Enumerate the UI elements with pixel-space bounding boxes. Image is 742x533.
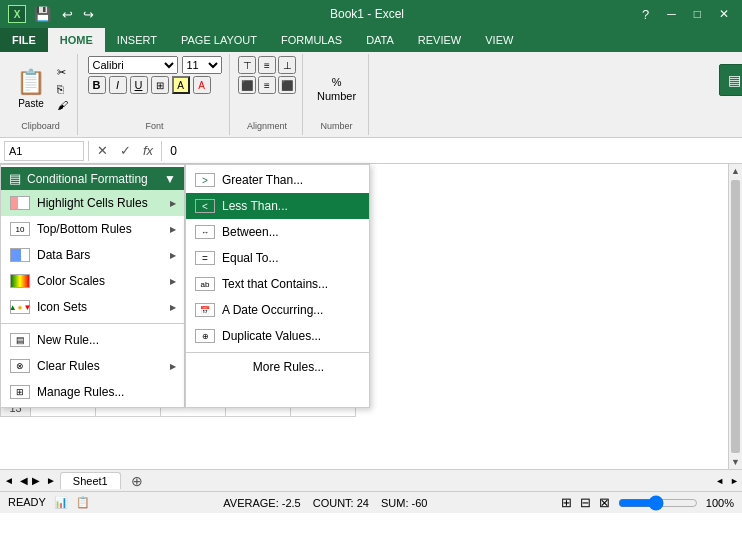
menu-item-textcontains[interactable]: ab Text that Contains...: [186, 271, 369, 297]
maximize-btn[interactable]: □: [689, 7, 706, 22]
conditional-formatting-button[interactable]: ▤ Conditional Formatting ▼: [719, 64, 742, 96]
textcontains-icon: ab: [194, 275, 216, 293]
quick-save[interactable]: 💾: [30, 6, 55, 22]
menu-item-equalto[interactable]: = Equal To...: [186, 245, 369, 271]
number-format-button[interactable]: % Number: [311, 59, 362, 119]
newrule-label: New Rule...: [37, 333, 99, 347]
align-left-button[interactable]: ⬛: [238, 76, 256, 94]
clearrules-label: Clear Rules: [37, 359, 100, 373]
menu-item-iconsets[interactable]: ▲●▼ Icon Sets: [1, 294, 184, 320]
italic-button[interactable]: I: [109, 76, 127, 94]
status-icon-1[interactable]: 📊: [54, 496, 68, 509]
tab-data[interactable]: DATA: [354, 28, 406, 52]
view-normal-btn[interactable]: ⊞: [561, 495, 572, 510]
between-label: Between...: [222, 225, 279, 239]
formula-input[interactable]: [166, 141, 738, 161]
equalto-icon: =: [194, 249, 216, 267]
font-content: Calibri 11 B I U ⊞ A A: [88, 56, 222, 121]
menu-item-between[interactable]: ↔ Between...: [186, 219, 369, 245]
font-family-select[interactable]: Calibri: [88, 56, 178, 74]
fill-color-button[interactable]: A: [172, 76, 190, 94]
copy-button[interactable]: ⎘: [54, 82, 71, 96]
iconsets-icon: ▲●▼: [9, 298, 31, 316]
bold-button[interactable]: B: [88, 76, 106, 94]
new-sheet-btn[interactable]: ⊕: [123, 471, 151, 491]
scroll-up-arrow[interactable]: ▲: [729, 164, 742, 178]
alignment-group: ⊤ ≡ ⊥ ⬛ ≡ ⬛ Alignment: [232, 54, 303, 135]
tab-file[interactable]: FILE: [0, 28, 48, 52]
menu-item-dateoccurring[interactable]: 📅 A Date Occurring...: [186, 297, 369, 323]
zoom-slider[interactable]: [618, 496, 698, 510]
vertical-scrollbar[interactable]: ▲ ▼: [728, 164, 742, 469]
redo-btn[interactable]: ↪: [80, 7, 97, 22]
scroll-down-arrow[interactable]: ▼: [729, 455, 742, 469]
scroll-thumb[interactable]: [731, 180, 740, 453]
menu-item-managerules[interactable]: ⊞ Manage Rules...: [1, 379, 184, 405]
tab-home[interactable]: HOME: [48, 28, 105, 52]
number-group: % Number Number: [305, 54, 369, 135]
menu-item-morerules[interactable]: More Rules...: [186, 356, 369, 378]
menu-item-topbottom[interactable]: 10 Top/Bottom Rules: [1, 216, 184, 242]
tab-insert[interactable]: INSERT: [105, 28, 169, 52]
count-stat: COUNT: 24: [313, 497, 369, 509]
h-scroll-right[interactable]: ►: [727, 476, 742, 486]
minimize-btn[interactable]: ─: [662, 7, 681, 22]
h-scroll-left[interactable]: ◄: [712, 476, 727, 486]
align-middle-button[interactable]: ≡: [258, 56, 276, 74]
menu-item-duplicates[interactable]: ⊕ Duplicate Values...: [186, 323, 369, 349]
databars-label: Data Bars: [37, 248, 90, 262]
prev-sheet-btn2[interactable]: ◀: [18, 475, 30, 486]
view-page-btn[interactable]: ⊟: [580, 495, 591, 510]
bottom-bar: ◄ ◀ ▶ ► Sheet1 ⊕ ◄ ►: [0, 469, 742, 491]
menu-item-lessthan[interactable]: < Less Than...: [186, 193, 369, 219]
ribbon: 📋 Paste ✂ ⎘ 🖌 Clipboard Calibri 11 B I U…: [0, 52, 742, 138]
name-box[interactable]: [4, 141, 84, 161]
cancel-formula-button[interactable]: ✕: [93, 143, 112, 158]
menu-item-databars[interactable]: Data Bars: [1, 242, 184, 268]
cf-menu-header[interactable]: ▤ Conditional Formatting ▼: [1, 167, 184, 190]
formula-divider2: [161, 141, 162, 161]
view-break-btn[interactable]: ⊠: [599, 495, 610, 510]
next-sheet-btn2[interactable]: ►: [42, 475, 60, 486]
help-btn[interactable]: ?: [637, 7, 654, 22]
sheet-tab-sheet1[interactable]: Sheet1: [60, 472, 121, 489]
font-color-button[interactable]: A: [193, 76, 211, 94]
border-button[interactable]: ⊞: [151, 76, 169, 94]
undo-btn[interactable]: ↩: [59, 7, 76, 22]
clipboard-label: Clipboard: [21, 121, 60, 133]
cut-button[interactable]: ✂: [54, 65, 71, 80]
duplicates-label: Duplicate Values...: [222, 329, 321, 343]
alignment-label: Alignment: [247, 121, 287, 133]
confirm-formula-button[interactable]: ✓: [116, 143, 135, 158]
status-icon-2[interactable]: 📋: [76, 496, 90, 509]
tab-formulas[interactable]: FORMULAS: [269, 28, 354, 52]
menu-item-highlight[interactable]: Highlight Cells Rules: [1, 190, 184, 216]
format-painter-button[interactable]: 🖌: [54, 98, 71, 112]
window-title: Book1 - Excel: [97, 7, 637, 21]
underline-button[interactable]: U: [130, 76, 148, 94]
paste-button[interactable]: 📋 Paste: [10, 59, 52, 119]
prev-sheet-btn[interactable]: ◄: [0, 475, 18, 486]
align-top-button[interactable]: ⊤: [238, 56, 256, 74]
menu-item-clearrules[interactable]: ⊗ Clear Rules: [1, 353, 184, 379]
menu-item-colorscales[interactable]: Color Scales: [1, 268, 184, 294]
insert-function-button[interactable]: fx: [139, 143, 157, 158]
title-bar-left: X 💾 ↩ ↪: [8, 5, 97, 23]
align-right-button[interactable]: ⬛: [278, 76, 296, 94]
close-btn[interactable]: ✕: [714, 7, 734, 22]
window-controls: ? ─ □ ✕: [637, 7, 734, 22]
tab-review[interactable]: REVIEW: [406, 28, 473, 52]
cut-icon: ✂: [57, 66, 66, 79]
ribbon-tabs: FILE HOME INSERT PAGE LAYOUT FORMULAS DA…: [0, 28, 742, 52]
tab-view[interactable]: VIEW: [473, 28, 525, 52]
menu-item-greaterthan[interactable]: > Greater Than...: [186, 167, 369, 193]
tab-pagelayout[interactable]: PAGE LAYOUT: [169, 28, 269, 52]
menu-item-newrule[interactable]: ▤ New Rule...: [1, 327, 184, 353]
number-icon: %: [332, 76, 342, 88]
align-center-button[interactable]: ≡: [258, 76, 276, 94]
dateoccurring-label: A Date Occurring...: [222, 303, 323, 317]
next-sheet-btn[interactable]: ▶: [30, 475, 42, 486]
align-bottom-button[interactable]: ⊥: [278, 56, 296, 74]
font-size-select[interactable]: 11: [182, 56, 222, 74]
cf-header-arrow: ▼: [164, 172, 176, 186]
